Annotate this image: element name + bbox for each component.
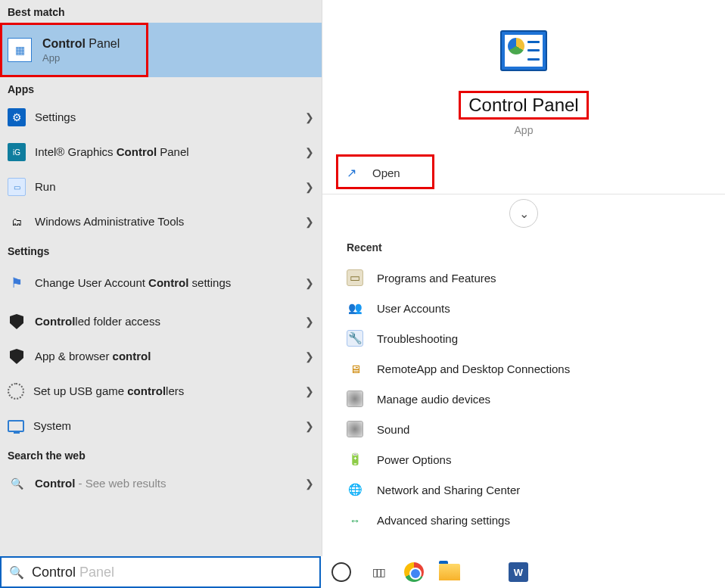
chrome-icon[interactable] xyxy=(404,562,424,582)
intel-icon: iG xyxy=(8,143,26,161)
control-panel-icon: ▦ xyxy=(8,38,32,62)
chevron-right-icon: ❯ xyxy=(305,181,314,193)
remote-icon: 🖥 xyxy=(347,360,363,377)
details-title: Control Panel xyxy=(464,93,583,117)
speaker-icon xyxy=(347,390,363,407)
recent-programs-features[interactable]: ▭Programs and Features xyxy=(347,263,701,293)
highlight-box xyxy=(336,154,434,189)
setting-uac[interactable]: ⚑ Change User Account Control settings ❯ xyxy=(0,262,322,304)
web-result-control[interactable]: 🔍 Control - See web results ❯ xyxy=(0,466,322,501)
app-run[interactable]: ▭ Run ❯ xyxy=(0,170,322,204)
recent-sound[interactable]: Sound xyxy=(347,414,701,444)
programs-icon: ▭ xyxy=(347,269,363,286)
setting-folder-access[interactable]: Controlled folder access ❯ xyxy=(0,304,322,339)
admin-tools-icon: 🗂 xyxy=(8,213,26,231)
settings-icon: ⚙ xyxy=(8,108,26,126)
recent-audio-devices[interactable]: Manage audio devices xyxy=(347,384,701,414)
recent-header: Recent xyxy=(347,241,701,254)
chevron-right-icon: ❯ xyxy=(305,478,314,490)
chevron-right-icon: ❯ xyxy=(305,420,314,432)
word-icon[interactable]: W xyxy=(509,562,528,582)
chevron-right-icon: ❯ xyxy=(305,385,314,397)
teams-icon[interactable] xyxy=(475,563,493,581)
control-panel-large-icon xyxy=(500,30,547,71)
settings-header: Settings xyxy=(0,239,322,262)
chevron-right-icon: ❯ xyxy=(305,316,314,328)
setting-usb-controllers[interactable]: Set up USB game controllers ❯ xyxy=(0,374,322,409)
network-icon: 🌐 xyxy=(347,481,363,498)
flag-icon: ⚑ xyxy=(8,274,26,292)
app-settings[interactable]: ⚙ Settings ❯ xyxy=(0,100,322,135)
power-icon: 🔋 xyxy=(347,451,363,468)
web-header: Search the web xyxy=(0,443,322,466)
taskbar: ▯▯▯ W xyxy=(325,556,725,588)
file-explorer-icon[interactable] xyxy=(439,564,460,580)
setting-app-browser[interactable]: App & browser control ❯ xyxy=(0,339,322,374)
wrench-icon: 🔧 xyxy=(347,330,363,347)
recent-remoteapp[interactable]: 🖥RemoteApp and Desktop Connections xyxy=(347,353,701,384)
search-icon: 🔍 xyxy=(9,565,24,580)
best-match-header: Best match xyxy=(0,0,322,23)
search-input[interactable]: 🔍 Control Panel xyxy=(0,556,321,588)
users-icon: 👥 xyxy=(347,300,363,316)
shield-icon xyxy=(8,347,26,366)
recent-troubleshooting[interactable]: 🔧Troubleshooting xyxy=(347,323,701,353)
cortana-icon[interactable] xyxy=(331,562,351,582)
monitor-icon xyxy=(8,420,24,432)
chevron-right-icon: ❯ xyxy=(305,350,314,362)
chevron-right-icon: ❯ xyxy=(305,146,314,158)
details-subtitle: App xyxy=(515,124,534,136)
recent-power-options[interactable]: 🔋Power Options xyxy=(347,444,701,474)
task-view-icon[interactable]: ▯▯▯ xyxy=(366,561,389,583)
expand-button[interactable]: ⌄ xyxy=(509,199,538,228)
run-icon: ▭ xyxy=(8,178,26,196)
setting-system[interactable]: System ❯ xyxy=(0,409,322,443)
controller-icon xyxy=(8,383,24,400)
details-pane: Control Panel App ↗ Open ⌄ Recent ▭Progr… xyxy=(322,0,725,556)
chevron-right-icon: ❯ xyxy=(305,111,314,123)
best-match-title: Control Panel xyxy=(42,37,120,51)
app-intel-graphics[interactable]: iG Intel® Graphics Control Panel ❯ xyxy=(0,135,322,170)
chevron-down-icon: ⌄ xyxy=(519,207,529,221)
search-results-pane: Best match ▦ Control Panel App Apps ⚙ Se… xyxy=(0,0,322,556)
share-icon: ↔ xyxy=(347,512,363,528)
recent-network-sharing[interactable]: 🌐Network and Sharing Center xyxy=(347,474,701,505)
apps-header: Apps xyxy=(0,77,322,100)
chevron-right-icon: ❯ xyxy=(305,216,314,228)
recent-advanced-sharing[interactable]: ↔Advanced sharing settings xyxy=(347,505,701,535)
best-match-control-panel[interactable]: ▦ Control Panel App xyxy=(0,23,322,77)
best-match-type: App xyxy=(42,52,120,64)
app-admin-tools[interactable]: 🗂 Windows Administrative Tools ❯ xyxy=(0,204,322,239)
search-icon: 🔍 xyxy=(8,474,26,493)
chevron-right-icon: ❯ xyxy=(305,277,314,289)
speaker-icon xyxy=(347,421,363,437)
shield-icon xyxy=(8,313,26,331)
recent-user-accounts[interactable]: 👥User Accounts xyxy=(347,293,701,323)
